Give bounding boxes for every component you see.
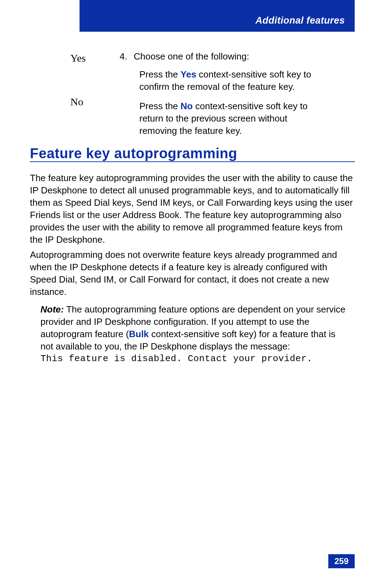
note-term-bulk: Bulk [129, 329, 148, 339]
softkey-yes-label: Yes [70, 52, 120, 64]
section-rule [30, 161, 355, 162]
note-label: Note: [40, 304, 64, 315]
paragraph-2: Autoprogramming does not overwrite featu… [30, 249, 355, 298]
step-4-row: Yes No 4. Choose one of the following: P… [70, 51, 352, 144]
note-disabled-message: This feature is disabled. Contact your p… [40, 353, 350, 365]
option-yes: Press the Yes context-sensitive soft key… [139, 68, 319, 93]
note-block: Note: The autoprogramming feature option… [40, 303, 350, 365]
step-4-options: Press the Yes context-sensitive soft key… [120, 62, 352, 137]
step-intro-text: Choose one of the following: [134, 51, 249, 62]
option-yes-prefix: Press the [139, 69, 180, 80]
step-number: 4. [120, 51, 134, 62]
step-4-content: 4. Choose one of the following: Press th… [120, 51, 352, 144]
option-no-term: No [180, 101, 193, 111]
option-no: Press the No context-sensitive soft key … [139, 100, 319, 137]
step-4-intro-line: 4. Choose one of the following: [120, 51, 352, 62]
page-number: 259 [328, 554, 355, 568]
softkey-no-label: No [70, 96, 120, 108]
document-page: Additional features Yes No 4. Choose one… [0, 0, 380, 588]
header-bar: Additional features [80, 0, 355, 32]
option-yes-term: Yes [180, 69, 196, 80]
option-no-prefix: Press the [139, 101, 180, 111]
paragraph-1: The feature key autoprogramming provides… [30, 172, 355, 246]
header-section-title: Additional features [255, 15, 345, 26]
softkey-labels-column: Yes No [70, 51, 120, 144]
section-heading: Feature key autoprogramming [30, 146, 237, 161]
